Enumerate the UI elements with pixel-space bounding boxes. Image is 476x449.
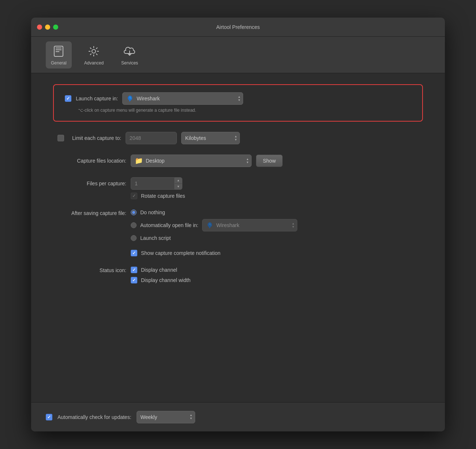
rotate-capture-row: Rotate capture files (53, 193, 423, 199)
frequency-spinner-icon: ▲ ▼ (190, 414, 193, 420)
stepper-down-button[interactable]: ▼ (175, 184, 182, 190)
svg-rect-1 (56, 48, 62, 48)
radio-launch-script-label: Launch script (140, 235, 171, 241)
limit-capture-unit-label: Kilobytes (185, 135, 206, 141)
svg-rect-2 (56, 49, 62, 50)
auto-open-app-name: Wireshark (216, 222, 239, 228)
files-per-capture-row: Files per capture: 1 ▲ ▼ (53, 177, 423, 190)
limit-capture-row: Limit each capture to: 2048 Kilobytes ▲ … (53, 132, 423, 144)
minimize-button[interactable] (45, 25, 50, 30)
rotate-capture-checkbox[interactable] (131, 193, 137, 199)
toolbar-item-advanced[interactable]: Advanced (79, 41, 109, 68)
launch-capture-app-select[interactable]: Wireshark ▲ ▼ (122, 92, 243, 105)
auto-update-label: Automatically check for updates: (57, 414, 131, 420)
window-title: Airtool Preferences (216, 24, 260, 30)
after-saving-label: After saving capture file: (53, 209, 126, 216)
display-channel-width-checkbox[interactable] (131, 277, 137, 283)
display-channel-label: Display channel (141, 267, 177, 273)
svg-line-11 (96, 48, 98, 49)
toolbar-general-label: General (51, 60, 67, 66)
svg-point-4 (92, 49, 96, 53)
title-bar: Airtool Preferences (31, 18, 445, 37)
status-icon-row: Status icon: Display channel Display cha… (53, 267, 423, 283)
after-saving-row: After saving capture file: Do nothing Au… (53, 209, 423, 241)
launch-capture-row: Launch capture in: Wireshark ▲ ▼ (65, 92, 411, 105)
limit-capture-checkbox[interactable] (57, 135, 64, 141)
rotate-capture-checkbox-wrapper[interactable]: Rotate capture files (131, 193, 185, 199)
auto-open-app-select[interactable]: Wireshark ▲ ▼ (202, 219, 297, 231)
capture-location-value: Desktop (146, 158, 164, 164)
launch-capture-section: Launch capture in: Wireshark ▲ ▼ ⌥-click (53, 84, 423, 122)
general-icon (52, 44, 66, 58)
display-channel-checkbox-wrapper[interactable]: Display channel (131, 267, 190, 273)
svg-rect-3 (56, 51, 59, 52)
radio-do-nothing-button[interactable] (131, 209, 137, 215)
radio-auto-open-label: Automatically open file in: (140, 222, 198, 228)
show-notification-checkbox[interactable] (131, 250, 137, 256)
svg-line-9 (90, 48, 92, 49)
limit-capture-unit-select[interactable]: Kilobytes ▲ ▼ (181, 132, 240, 144)
radio-launch-script[interactable]: Launch script (131, 235, 297, 241)
after-saving-radio-group: Do nothing Automatically open file in: W… (131, 209, 297, 241)
radio-auto-open[interactable]: Automatically open file in: Wireshark ▲ … (131, 219, 297, 231)
launch-capture-hint: ⌥-click on capture menu will generate a … (78, 108, 411, 113)
status-icon-label: Status icon: (53, 267, 126, 273)
close-button[interactable] (37, 25, 42, 30)
folder-icon: 📁 (135, 157, 143, 165)
auto-update-checkbox-wrapper[interactable] (46, 414, 52, 420)
radio-auto-open-button[interactable] (131, 222, 137, 228)
radio-launch-script-button[interactable] (131, 235, 137, 241)
advanced-icon (87, 44, 101, 58)
files-per-capture-stepper: 1 ▲ ▼ (131, 177, 182, 190)
display-channel-checkbox[interactable] (131, 267, 137, 273)
radio-do-nothing[interactable]: Do nothing (131, 209, 297, 215)
auto-update-checkbox[interactable] (46, 414, 52, 420)
content-area: Launch capture in: Wireshark ▲ ▼ ⌥-click (31, 73, 445, 402)
status-icon-options: Display channel Display channel width (131, 267, 190, 283)
launch-capture-checkbox-wrapper[interactable] (65, 95, 71, 102)
show-notification-checkbox-wrapper[interactable]: Show capture complete notification (131, 250, 220, 256)
toolbar-item-services[interactable]: Services (116, 41, 143, 68)
launch-capture-app-name: Wireshark (137, 96, 160, 101)
auto-update-frequency-select[interactable]: Weekly ▲ ▼ (137, 411, 195, 423)
show-button[interactable]: Show (256, 155, 283, 167)
capture-files-location-label: Capture files location: (53, 158, 126, 164)
launch-capture-checkbox[interactable] (65, 95, 71, 102)
auto-open-wireshark-icon (206, 222, 213, 229)
toolbar-item-general[interactable]: General (46, 41, 72, 68)
display-channel-width-label: Display channel width (141, 277, 190, 283)
limit-capture-label: Limit each capture to: (72, 135, 121, 141)
spinner-icon: ▲ ▼ (238, 96, 241, 102)
location-spinner-icon: ▲ ▼ (246, 158, 249, 164)
wireshark-icon (126, 95, 134, 102)
capture-files-location-row: Capture files location: 📁 Desktop ▲ ▼ Sh… (53, 155, 423, 167)
launch-capture-label: Launch capture in: (76, 96, 118, 101)
svg-line-10 (96, 53, 98, 55)
radio-do-nothing-label: Do nothing (140, 209, 165, 215)
capture-location-select[interactable]: 📁 Desktop ▲ ▼ (131, 155, 252, 167)
show-notification-row: Show capture complete notification (53, 250, 423, 256)
show-notification-label: Show capture complete notification (141, 250, 220, 256)
auto-open-spinner-icon: ▲ ▼ (292, 222, 295, 229)
unit-spinner-icon: ▲ ▼ (234, 135, 237, 141)
files-per-capture-stepper-buttons: ▲ ▼ (175, 177, 182, 190)
toolbar: General A (31, 37, 445, 73)
files-per-capture-label: Files per capture: (53, 181, 126, 186)
bottom-bar: Automatically check for updates: Weekly … (31, 402, 445, 431)
auto-update-frequency-value: Weekly (141, 414, 157, 420)
rotate-capture-label: Rotate capture files (141, 193, 185, 199)
display-channel-width-checkbox-wrapper[interactable]: Display channel width (131, 277, 190, 283)
toolbar-advanced-label: Advanced (84, 60, 104, 66)
traffic-lights (37, 25, 58, 30)
limit-capture-value-input[interactable]: 2048 (126, 132, 177, 144)
services-icon (123, 44, 137, 58)
toolbar-services-label: Services (121, 60, 138, 66)
files-per-capture-input[interactable]: 1 (131, 177, 175, 190)
stepper-up-button[interactable]: ▲ (175, 178, 182, 184)
limit-capture-checkbox-wrapper[interactable] (57, 135, 64, 141)
svg-line-12 (90, 53, 92, 55)
maximize-button[interactable] (53, 25, 58, 30)
